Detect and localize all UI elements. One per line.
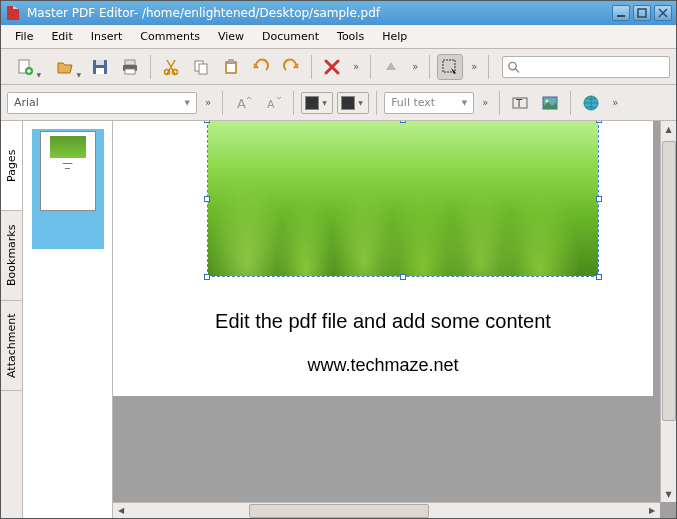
print-button[interactable]: [117, 54, 143, 80]
scroll-up-button[interactable]: ▲: [661, 121, 676, 137]
workspace: Pages Bookmarks Attachment ━━━━ ━━: [1, 121, 676, 518]
menu-file[interactable]: File: [7, 27, 41, 46]
document-text-line-1[interactable]: Edit the pdf file and add some content: [113, 310, 653, 333]
format-toolbar: Arial » A A Full text » T »: [1, 85, 676, 121]
search-box[interactable]: [502, 56, 670, 78]
selection-border: [207, 121, 599, 277]
menu-comments[interactable]: Comments: [132, 27, 208, 46]
vertical-scrollbar[interactable]: ▲ ▼: [660, 121, 676, 502]
stroke-color-button[interactable]: [337, 92, 369, 114]
resize-handle-bm[interactable]: [400, 274, 406, 280]
resize-handle-ml[interactable]: [204, 196, 210, 202]
scroll-right-button[interactable]: ▶: [644, 503, 660, 518]
svg-rect-13: [199, 64, 207, 74]
window-title: Master PDF Editor- /home/enlightened/Des…: [27, 6, 380, 20]
resize-handle-bl[interactable]: [204, 274, 210, 280]
font-increase-button[interactable]: A: [230, 90, 256, 116]
svg-rect-17: [443, 60, 455, 72]
resize-handle-br[interactable]: [596, 274, 602, 280]
svg-point-10: [165, 69, 170, 74]
document-text-line-2[interactable]: www.techmaze.net: [113, 355, 653, 376]
menu-bar: File Edit Insert Comments View Document …: [1, 25, 676, 49]
page-thumbnail-1[interactable]: ━━━━ ━━: [38, 131, 98, 291]
menu-tools[interactable]: Tools: [329, 27, 372, 46]
format-overflow-2[interactable]: »: [482, 97, 488, 108]
svg-rect-7: [125, 60, 135, 65]
undo-button[interactable]: [248, 54, 274, 80]
web-button[interactable]: [578, 90, 604, 116]
svg-rect-9: [125, 69, 135, 74]
menu-view[interactable]: View: [210, 27, 252, 46]
resize-handle-mr[interactable]: [596, 196, 602, 202]
scroll-thumb-vertical[interactable]: [662, 141, 676, 421]
delete-button[interactable]: [319, 54, 345, 80]
selected-image[interactable]: [208, 121, 598, 276]
thumbnail-panel: ━━━━ ━━: [23, 121, 113, 518]
font-dropdown[interactable]: Arial: [7, 92, 197, 114]
svg-point-11: [173, 69, 178, 74]
menu-help[interactable]: Help: [374, 27, 415, 46]
menu-document[interactable]: Document: [254, 27, 327, 46]
image-button[interactable]: [537, 90, 563, 116]
pdf-page[interactable]: Edit the pdf file and add some content w…: [113, 121, 653, 396]
svg-rect-1: [638, 9, 646, 17]
menu-edit[interactable]: Edit: [43, 27, 80, 46]
tab-bookmarks[interactable]: Bookmarks: [1, 211, 22, 301]
text-box-button[interactable]: T: [507, 90, 533, 116]
toolbar-overflow-3[interactable]: »: [471, 61, 477, 72]
tab-attachment[interactable]: Attachment: [1, 301, 22, 391]
svg-rect-15: [228, 59, 234, 63]
horizontal-scrollbar[interactable]: ◀ ▶: [113, 502, 660, 518]
svg-rect-5: [96, 60, 104, 65]
title-bar: Master PDF Editor- /home/enlightened/Des…: [1, 1, 676, 25]
side-tabs: Pages Bookmarks Attachment: [1, 121, 23, 518]
scroll-thumb-horizontal[interactable]: [249, 504, 429, 518]
format-overflow-1[interactable]: »: [205, 97, 211, 108]
svg-text:A: A: [267, 98, 275, 111]
font-decrease-button[interactable]: A: [260, 90, 286, 116]
close-button[interactable]: [654, 5, 672, 21]
svg-rect-0: [617, 15, 625, 17]
tab-pages[interactable]: Pages: [1, 121, 22, 211]
redo-button[interactable]: [278, 54, 304, 80]
fill-color-button[interactable]: [301, 92, 333, 114]
svg-rect-16: [227, 64, 235, 72]
cut-button[interactable]: [158, 54, 184, 80]
nav-up-button[interactable]: [378, 54, 404, 80]
svg-text:T: T: [515, 98, 523, 109]
svg-point-18: [509, 62, 516, 69]
copy-button[interactable]: [188, 54, 214, 80]
resize-handle-tr[interactable]: [596, 121, 602, 123]
paste-button[interactable]: [218, 54, 244, 80]
menu-insert[interactable]: Insert: [83, 27, 131, 46]
search-input[interactable]: [520, 61, 665, 73]
select-tool-button[interactable]: [437, 54, 463, 80]
scroll-down-button[interactable]: ▼: [661, 486, 676, 502]
resize-handle-tm[interactable]: [400, 121, 406, 123]
resize-handle-tl[interactable]: [204, 121, 210, 123]
format-overflow-3[interactable]: »: [612, 97, 618, 108]
new-button[interactable]: [7, 54, 43, 80]
search-icon: [507, 60, 520, 74]
open-button[interactable]: [47, 54, 83, 80]
svg-text:A: A: [237, 96, 246, 111]
minimize-button[interactable]: [612, 5, 630, 21]
scroll-left-button[interactable]: ◀: [113, 503, 129, 518]
svg-rect-6: [96, 68, 104, 74]
toolbar-overflow-1[interactable]: »: [353, 61, 359, 72]
fulltext-dropdown[interactable]: Full text: [384, 92, 474, 114]
app-icon: [5, 5, 21, 21]
main-toolbar: » » »: [1, 49, 676, 85]
document-area: Edit the pdf file and add some content w…: [113, 121, 676, 518]
toolbar-overflow-2[interactable]: »: [412, 61, 418, 72]
save-button[interactable]: [87, 54, 113, 80]
maximize-button[interactable]: [633, 5, 651, 21]
